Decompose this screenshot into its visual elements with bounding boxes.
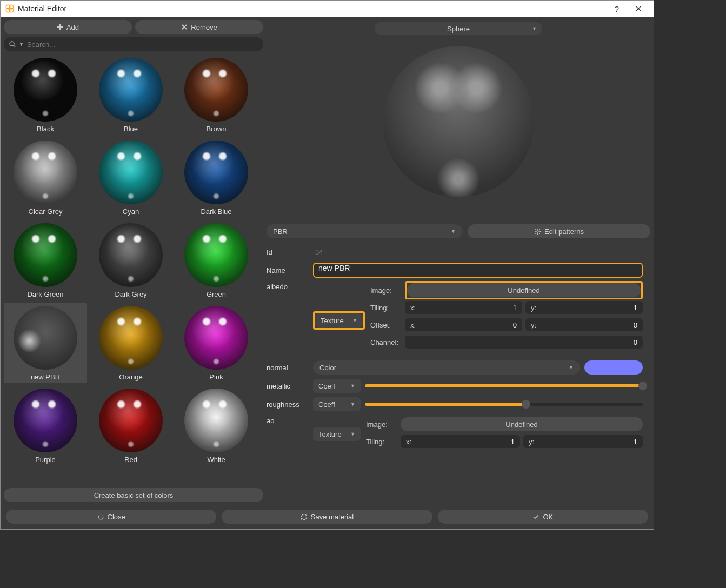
save-material-button[interactable]: Save material	[222, 510, 432, 524]
material-name: Green	[207, 290, 226, 298]
app-icon	[5, 4, 15, 14]
search-field[interactable]: ▼	[4, 37, 263, 51]
material-card[interactable]: Clear Grey	[4, 137, 87, 218]
ao-mode-label: Texture	[318, 430, 342, 438]
plus-icon	[57, 24, 63, 30]
material-sphere-icon	[14, 223, 77, 287]
search-input[interactable]	[27, 41, 258, 49]
material-sphere-icon	[184, 141, 248, 204]
ao-tiling-y-value: 1	[634, 438, 637, 446]
close-label: Close	[108, 513, 125, 521]
create-basic-colors-label: Create basic set of colors	[94, 491, 174, 499]
name-value-text: new PBR	[318, 264, 350, 272]
albedo-label: albedo	[267, 283, 309, 291]
properties-scroll[interactable]: Id 34 Name new PBR albedo	[267, 243, 650, 502]
material-properties-panel: Sphere ▼ PBR ▼ Edit patterns Id	[267, 20, 650, 502]
material-name: Orange	[119, 373, 142, 381]
material-grid: BlackBlueBrownClear GreyCyanDark BlueDar…	[4, 55, 258, 466]
material-card[interactable]: Red	[89, 385, 172, 466]
name-input[interactable]: new PBR	[313, 263, 643, 278]
material-sphere-icon	[99, 306, 163, 370]
material-card[interactable]: Dark Blue	[175, 137, 258, 218]
save-label: Save material	[311, 513, 354, 521]
metallic-mode-label: Coeff	[318, 382, 335, 390]
chevron-down-icon: ▼	[451, 229, 456, 234]
albedo-offset-y[interactable]: y:0	[525, 318, 643, 331]
ao-tiling-x-value: 1	[511, 438, 515, 446]
ao-image-button[interactable]: Undefined	[401, 417, 643, 431]
material-card[interactable]: Dark Green	[4, 220, 87, 300]
search-options-caret[interactable]: ▼	[19, 42, 24, 47]
add-label: Add	[66, 23, 79, 31]
material-grid-scroll[interactable]: BlackBlueBrownClear GreyCyanDark BlueDar…	[4, 55, 258, 485]
normal-color-swatch[interactable]	[584, 360, 643, 375]
material-name: Cyan	[123, 208, 139, 216]
svg-point-5	[537, 230, 538, 232]
remove-button[interactable]: Remove	[135, 20, 263, 34]
material-card[interactable]: Cyan	[89, 137, 172, 218]
albedo-image-button[interactable]: Undefined	[407, 283, 641, 297]
preview-shape-select[interactable]: Sphere ▼	[375, 22, 542, 35]
material-name: new PBR	[31, 373, 60, 381]
close-window-button[interactable]	[628, 1, 649, 17]
material-card[interactable]: Brown	[175, 55, 258, 135]
y-label: y:	[531, 304, 536, 312]
material-name: Purple	[35, 456, 56, 464]
material-card[interactable]: Green	[175, 220, 258, 300]
add-button[interactable]: Add	[4, 20, 132, 34]
ao-mode-select[interactable]: Texture ▼	[313, 427, 361, 441]
ao-tiling-y[interactable]: y:1	[523, 435, 643, 448]
metallic-mode-select[interactable]: Coeff ▼	[313, 379, 361, 393]
ao-tiling-x[interactable]: x:1	[401, 435, 520, 448]
chevron-down-icon: ▼	[350, 383, 355, 389]
material-sphere-icon	[99, 223, 163, 287]
material-card[interactable]: White	[175, 385, 258, 466]
ao-image-label: Image:	[366, 420, 397, 429]
material-card[interactable]: Orange	[89, 303, 172, 383]
y-label: y:	[529, 438, 534, 446]
material-card[interactable]: Purple	[4, 385, 87, 466]
roughness-mode-select[interactable]: Coeff ▼	[313, 397, 361, 411]
albedo-image-value: Undefined	[508, 286, 539, 295]
close-button[interactable]: Close	[6, 510, 216, 524]
material-type-select[interactable]: PBR ▼	[267, 224, 462, 238]
material-sphere-icon	[184, 389, 248, 452]
power-icon	[97, 513, 104, 520]
roughness-mode-label: Coeff	[318, 400, 335, 409]
normal-label: normal	[267, 364, 309, 372]
material-card[interactable]: Black	[4, 55, 87, 135]
ok-button[interactable]: OK	[438, 510, 648, 524]
normal-mode-label: Color	[319, 364, 336, 372]
albedo-channel[interactable]: 0	[405, 336, 643, 349]
material-sphere-icon	[14, 306, 77, 370]
material-name: Dark Green	[27, 290, 63, 298]
albedo-offset-x[interactable]: x:0	[405, 318, 522, 331]
metallic-slider[interactable]	[365, 379, 643, 393]
albedo-channel-value: 0	[634, 338, 637, 346]
x-label: x:	[406, 438, 411, 446]
chevron-down-icon: ▼	[532, 26, 537, 31]
chevron-down-icon: ▼	[350, 431, 355, 437]
create-basic-colors-button[interactable]: Create basic set of colors	[4, 488, 263, 502]
albedo-tiling-x[interactable]: x:1	[405, 301, 522, 314]
albedo-mode-select[interactable]: Texture ▼	[315, 313, 363, 328]
material-card[interactable]: Pink	[175, 303, 258, 383]
gear-icon	[534, 228, 541, 235]
help-button[interactable]: ?	[606, 1, 628, 17]
material-card[interactable]: Blue	[89, 55, 172, 135]
roughness-slider[interactable]	[365, 397, 643, 411]
albedo-tiling-y[interactable]: y:1	[525, 301, 643, 314]
chevron-down-icon: ▼	[569, 365, 574, 370]
ao-tiling-label: Tiling:	[366, 438, 397, 446]
y-label: y:	[531, 321, 536, 329]
material-name: Brown	[207, 125, 227, 133]
x-label: x:	[410, 321, 416, 329]
titlebar: Material Editor ?	[1, 1, 654, 17]
material-sphere-icon	[184, 306, 248, 370]
edit-patterns-button[interactable]: Edit patterns	[468, 224, 650, 238]
material-card[interactable]: Dark Grey	[89, 220, 172, 300]
ao-label: ao	[267, 417, 309, 425]
material-card[interactable]: new PBR	[4, 303, 87, 383]
normal-mode-select[interactable]: Color ▼	[313, 360, 580, 375]
refresh-icon	[301, 513, 308, 520]
